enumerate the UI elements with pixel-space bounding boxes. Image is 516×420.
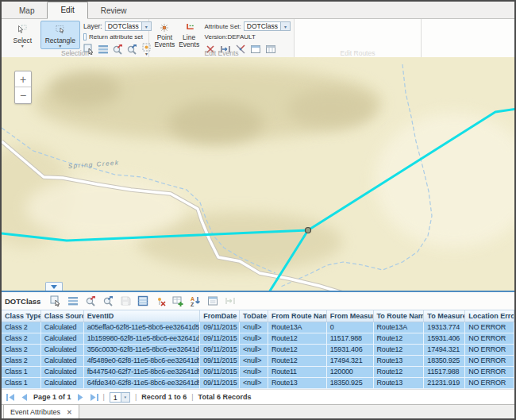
show-selected-records-icon[interactable] (67, 295, 79, 307)
column-header[interactable]: Class Type (2, 310, 41, 322)
highlight-selected-icon[interactable] (137, 295, 148, 307)
table-row[interactable]: Class 2Calculated356c0030-62f8-11e5-8bc6… (2, 345, 514, 356)
zoom-in-button[interactable]: + (15, 71, 31, 87)
table-cell: 64fde340-62f8-11e5-8bc6-ee32641d5ec9 (84, 378, 201, 388)
route-line-west[interactable] (2, 230, 308, 241)
table-cell: <null> (240, 356, 268, 366)
select-records-icon[interactable] (49, 295, 61, 307)
grid-body: Class 2Calculateda05effa0-62f8-11e5-8bc6… (2, 322, 514, 389)
add-record-icon[interactable] (171, 295, 183, 307)
zoom-to-selected-icon[interactable] (84, 295, 96, 307)
page-number-control: 1 ▾ (110, 392, 130, 403)
attribute-set-dropdown[interactable]: DOTClass ▾ (244, 21, 291, 31)
rectangle-tool-button[interactable]: Rectangle ▾ (40, 21, 80, 49)
table-cell: <null> (240, 333, 268, 344)
pan-to-selected-icon[interactable] (102, 295, 114, 307)
route-junction-vertex[interactable] (306, 228, 311, 233)
save-edits-icon[interactable] (119, 295, 131, 307)
extend-selected-icon[interactable] (224, 295, 236, 307)
last-page-button[interactable] (90, 394, 98, 401)
table-cell: NO ERROR (465, 367, 514, 377)
table-cell: Class 2 (2, 356, 41, 366)
tab-edit[interactable]: Edit (47, 2, 87, 19)
table-cell: Class 1 (2, 378, 41, 388)
column-header[interactable]: To Route Name (374, 310, 425, 322)
table-cell: Route12 (268, 356, 327, 366)
table-row[interactable]: Class 2Calculated1b159980-62f8-11e5-8bc6… (2, 333, 514, 345)
table-cell: Route13 (374, 356, 425, 366)
table-cell: 09/11/2015 (200, 322, 240, 333)
record-range-text: Record 1 to 6 (141, 393, 187, 401)
total-records-text: Total 6 Records (198, 393, 252, 401)
attribute-set-dropdown-arrow-icon[interactable]: ▾ (280, 22, 290, 30)
route-line-northeast[interactable] (308, 109, 514, 230)
road-casing (2, 141, 343, 291)
next-page-button[interactable] (76, 394, 85, 401)
table-row[interactable]: Class 2Calculateda05effa0-62f8-11e5-8bc6… (2, 322, 514, 333)
attribute-table-title: DOTClass (5, 297, 40, 306)
table-cell: Class 2 (2, 322, 41, 333)
return-attribute-set-checkbox[interactable] (83, 33, 87, 40)
table-cell: NO ERROR (465, 378, 514, 388)
rectangle-select-icon (52, 21, 69, 37)
svg-text:A: A (191, 296, 194, 302)
layer-dropdown-value: DOTClass (106, 22, 141, 30)
table-cell: 0 (327, 322, 374, 333)
panel-collapse-button[interactable] (45, 282, 63, 291)
attribute-form-icon[interactable] (206, 295, 218, 307)
column-header[interactable]: Class Source (41, 310, 84, 322)
remove-record-icon[interactable] (154, 295, 166, 307)
tab-review[interactable]: Review (88, 3, 140, 19)
rectangle-dropdown-caret-icon[interactable]: ▾ (59, 44, 61, 48)
point-events-label: Point Events (153, 34, 176, 48)
table-cell: Route12 (268, 345, 327, 355)
table-cell: 09/11/2015 (200, 333, 240, 344)
svg-text:Z: Z (191, 302, 194, 307)
page-status-text: Page 1 of 1 (33, 393, 71, 401)
ribbon-tabstrip: Map Edit Review (2, 2, 514, 19)
tab-map[interactable]: Map (6, 3, 47, 19)
column-header[interactable]: From Route Name (268, 310, 327, 322)
table-row[interactable]: Class 1Calculatedfb447540-62f7-11e5-8bc6… (2, 367, 514, 378)
tab-event-attributes[interactable]: Event Attributes ✕ (3, 405, 79, 420)
table-cell: 19313.774 (424, 322, 465, 333)
column-header[interactable]: To Measure (424, 310, 465, 322)
panel-tabstrip: Event Attributes ✕ (2, 404, 514, 420)
table-cell: <null> (240, 378, 268, 388)
table-cell: Calculated (41, 356, 84, 366)
page-number-input[interactable]: 1 (110, 392, 121, 403)
layer-dropdown[interactable]: DOTClass ▾ (105, 21, 152, 31)
column-header[interactable]: Location Error (465, 310, 514, 322)
column-header[interactable]: From Measure (327, 310, 374, 322)
layer-label: Layer: (83, 22, 102, 30)
point-events-button[interactable]: Point Events (152, 21, 177, 49)
first-page-button[interactable] (6, 394, 15, 401)
table-row[interactable]: Class 1Calculated64fde340-62f8-11e5-8bc6… (2, 378, 514, 389)
table-cell: Route12 (268, 333, 327, 344)
column-header[interactable]: FromDate (200, 310, 240, 322)
zoom-out-button[interactable]: − (15, 87, 31, 103)
select-tool-button[interactable]: Select ▾ (5, 21, 40, 49)
table-row[interactable]: Class 2Calculated4f5489e0-62f8-11e5-8bc6… (2, 356, 514, 367)
attribute-table-toolbar: DOTClass (2, 292, 514, 310)
table-cell: NO ERROR (465, 333, 514, 344)
select-dropdown-caret-icon[interactable]: ▾ (21, 44, 24, 48)
table-cell: 15931.406 (327, 345, 374, 355)
line-events-button[interactable]: Line Events (177, 21, 202, 49)
table-cell: Route13A (374, 322, 425, 333)
previous-page-button[interactable] (20, 394, 29, 401)
map-canvas[interactable]: Spring Creek + − (2, 57, 514, 291)
table-cell: <null> (240, 345, 268, 355)
table-cell: Calculated (41, 378, 84, 388)
close-tab-icon[interactable]: ✕ (67, 409, 72, 416)
table-cell: Route13 (374, 378, 425, 388)
pager-separator: | (103, 393, 105, 401)
line-events-label: Line Events (178, 34, 201, 48)
sort-records-icon[interactable]: AZ (189, 295, 201, 307)
road-line (2, 141, 343, 291)
column-header[interactable]: ToDate (240, 310, 268, 322)
column-header[interactable]: EventID (84, 310, 201, 322)
event-attributes-tab-label: Event Attributes (10, 408, 60, 416)
page-number-dropdown-icon[interactable]: ▾ (121, 392, 130, 403)
attribute-set-dropdown-value: DOTClass (245, 22, 280, 30)
